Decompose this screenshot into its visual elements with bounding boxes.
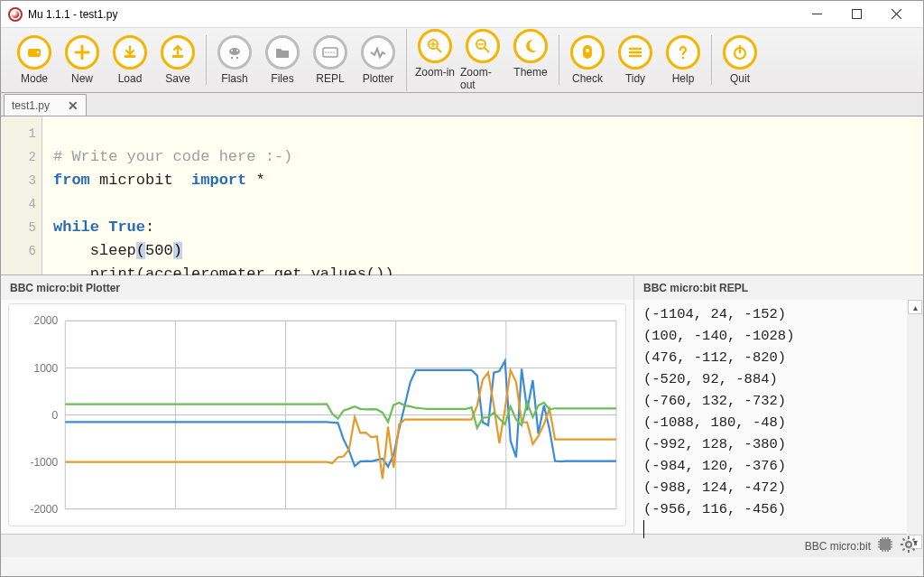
- code-kw: while: [53, 219, 99, 236]
- tidy-icon: [618, 35, 652, 70]
- code-text: microbit: [90, 172, 191, 189]
- code-paren: ): [173, 242, 182, 259]
- line-number: 1: [1, 122, 36, 145]
- help-button[interactable]: Help: [661, 35, 706, 85]
- zoom-in-button[interactable]: Zoom-in: [412, 29, 457, 91]
- status-mode: BBC micro:bit: [805, 540, 871, 553]
- repl-panel: BBC micro:bit REPL (-1104, 24, -152)(100…: [634, 275, 923, 534]
- scrollbar-vertical[interactable]: ▴ ▾: [907, 300, 923, 549]
- line-number: 3: [1, 169, 36, 192]
- new-button[interactable]: New: [60, 35, 105, 85]
- toolbar-label: Help: [672, 72, 695, 85]
- line-number: 4: [1, 192, 36, 216]
- toolbar-label: Flash: [221, 72, 247, 85]
- repl-icon: [313, 35, 347, 70]
- svg-point-7: [236, 50, 238, 51]
- mode-button[interactable]: Mode: [12, 35, 57, 85]
- svg-point-2: [37, 51, 40, 54]
- svg-text:-2000: -2000: [30, 503, 58, 516]
- save-icon: [161, 35, 195, 70]
- svg-text:2000: 2000: [33, 314, 58, 327]
- tab-test1[interactable]: test1.py ✕: [4, 94, 87, 116]
- repl-output[interactable]: (-1104, 24, -152)(100, -140, -1028)(476,…: [634, 300, 907, 549]
- toolbar-label: Plotter: [363, 72, 394, 85]
- close-button[interactable]: [876, 2, 916, 27]
- minimize-button[interactable]: [797, 2, 836, 27]
- toolbar-label: Load: [118, 72, 143, 85]
- svg-point-16: [682, 57, 685, 60]
- svg-text:1000: 1000: [33, 361, 58, 374]
- svg-text:0: 0: [52, 408, 59, 421]
- maximize-button[interactable]: [836, 2, 876, 27]
- bottom-panels: BBC micro:bit Plotter -2000-100001000200…: [1, 275, 923, 534]
- svg-point-12: [333, 51, 335, 53]
- toolbar-label: Check: [572, 72, 603, 85]
- svg-point-10: [328, 51, 329, 53]
- plotter-button[interactable]: Plotter: [356, 35, 401, 85]
- gear-icon[interactable]: [900, 535, 918, 556]
- load-icon: [113, 35, 147, 70]
- repl-title: BBC micro:bit REPL: [634, 275, 923, 300]
- toolbar-label: Zoom-in: [415, 66, 455, 79]
- files-button[interactable]: Files: [260, 35, 305, 85]
- svg-point-9: [325, 51, 327, 53]
- app-icon: [8, 7, 23, 22]
- repl-line: (100, -140, -1028): [643, 325, 898, 347]
- files-icon: [265, 35, 300, 70]
- new-icon: [65, 35, 99, 70]
- flash-icon: [217, 35, 252, 70]
- svg-rect-34: [880, 539, 891, 550]
- repl-line: (476, -112, -820): [643, 347, 898, 368]
- repl-line: (-984, 120, -376): [643, 455, 898, 477]
- quit-icon: [723, 35, 757, 70]
- zoom-out-button[interactable]: Zoom-out: [460, 29, 505, 91]
- code-text: :: [145, 219, 154, 236]
- svg-rect-3: [125, 55, 135, 58]
- tidy-button[interactable]: Tidy: [613, 35, 658, 85]
- code-area[interactable]: # Write your code here :-) from microbit…: [42, 116, 404, 275]
- svg-point-15: [586, 49, 589, 52]
- code-editor[interactable]: 123456 # Write your code here :-) from m…: [1, 116, 923, 275]
- flash-button[interactable]: Flash: [212, 35, 257, 85]
- load-button[interactable]: Load: [107, 35, 152, 85]
- code-text: *: [246, 172, 264, 189]
- plotter-panel: BBC micro:bit Plotter -2000-100001000200…: [1, 275, 634, 534]
- title-bar: Mu 1.1.1 - test1.py: [1, 1, 923, 28]
- repl-line: (-988, 124, -472): [643, 477, 898, 498]
- line-number: 2: [1, 145, 36, 169]
- check-button[interactable]: Check: [565, 35, 610, 85]
- check-icon: [570, 35, 605, 70]
- plot-area[interactable]: -2000-1000010002000: [8, 303, 626, 526]
- code-num: 500: [145, 242, 173, 259]
- plot-svg: -2000-1000010002000: [9, 304, 625, 526]
- toolbar-label: Mode: [21, 72, 48, 85]
- code-line: # Write your code here :-): [53, 148, 292, 165]
- code-kw: import: [191, 172, 246, 189]
- tab-strip: test1.py ✕: [1, 93, 923, 116]
- theme-button[interactable]: Theme: [508, 29, 553, 91]
- plotter-icon: [361, 35, 395, 70]
- close-icon[interactable]: ✕: [68, 98, 79, 113]
- cursor: [643, 520, 644, 538]
- repl-line: (-760, 132, -732): [643, 390, 898, 412]
- theme-icon: [513, 29, 548, 63]
- scroll-up-icon[interactable]: ▴: [908, 300, 922, 314]
- plotter-title: BBC micro:bit Plotter: [1, 275, 633, 300]
- line-number: 5: [1, 216, 36, 239]
- repl-button[interactable]: REPL: [308, 35, 353, 85]
- repl-line: (-1104, 24, -152): [643, 303, 898, 325]
- svg-text:-1000: -1000: [30, 456, 58, 469]
- toolbar-label: Theme: [513, 66, 547, 79]
- repl-line: (-1088, 180, -48): [643, 412, 898, 433]
- svg-rect-0: [852, 10, 861, 19]
- toolbar-label: Files: [271, 72, 293, 85]
- toolbar-label: Quit: [730, 72, 750, 85]
- quit-button[interactable]: Quit: [717, 35, 762, 85]
- repl-line: (-956, 116, -456): [643, 498, 898, 520]
- code-const: True: [99, 219, 145, 236]
- chip-icon[interactable]: [876, 535, 894, 556]
- zoom-in-icon: [418, 29, 452, 63]
- repl-line: (-520, 92, -884): [643, 368, 898, 390]
- save-button[interactable]: Save: [155, 35, 200, 85]
- tab-label: test1.py: [12, 99, 50, 112]
